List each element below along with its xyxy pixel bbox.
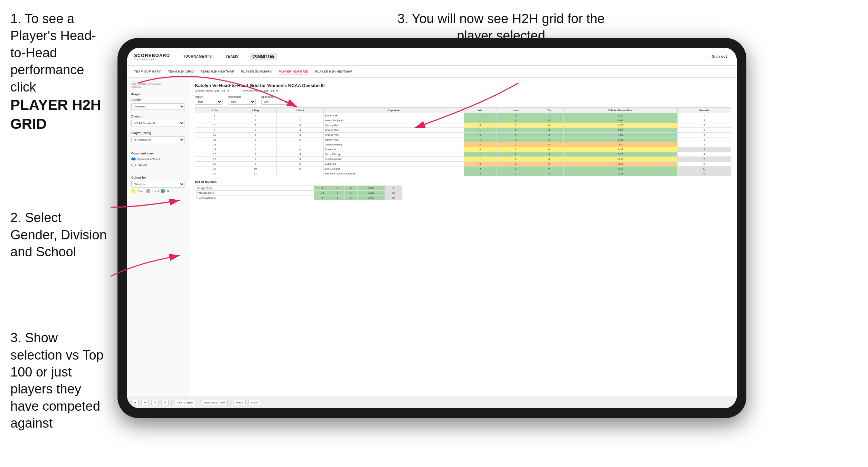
table-row: 1311Jessica Huang010-3.002 (195, 142, 731, 147)
main-content: Last Updated: 27/03/2024 16:55:38 Player… (127, 78, 737, 408)
division-select[interactable]: NCAA Division III (131, 120, 185, 126)
overall-record: Overall Record: 353 - 34 - 6 (195, 89, 229, 92)
nav-bar: SCOREBOARD Powered by clippd TOURNAMENTS… (127, 48, 737, 66)
grid-title: Katelyn Vo Head-to-Head Grid for Women's… (195, 83, 731, 88)
sub-nav-team-summary[interactable]: TEAM SUMMARY (134, 68, 161, 75)
col-rounds: Rounds (678, 108, 731, 113)
filter-conference: Conference (All) (228, 96, 256, 105)
radio-opponents-played[interactable]: Opponents Played (131, 157, 185, 161)
grid-area: Katelyn Vo Head-to-Head Grid for Women's… (189, 78, 737, 408)
redo-button[interactable]: ↪ (141, 400, 149, 405)
player-rank-section: Player (Rank) 8. Katelyn Vo (131, 131, 185, 143)
sidebar: Last Updated: 27/03/2024 16:55:38 Player… (127, 78, 189, 408)
nav-items: TOURNAMENTS TEAMS COMMITTEE (180, 53, 705, 60)
table-row: 1585Stella Cheng1001.254 (195, 152, 731, 157)
logo-area: SCOREBOARD Powered by clippd (134, 53, 170, 60)
sub-nav-team-h2h[interactable]: TEAM H2H GRID (168, 68, 194, 75)
legend-dot-level (146, 189, 150, 193)
col-loss: Loss (497, 108, 535, 113)
watch-button[interactable]: Watch (234, 400, 246, 405)
col-tie: Tie (535, 108, 564, 113)
radio-top100-label: Top 100 (137, 163, 147, 166)
toolbar-divider-2 (198, 400, 198, 406)
toolbar-divider-1 (171, 400, 172, 406)
colour-by-select[interactable]: Win/loss (131, 181, 185, 188)
col-reg: # Reg (234, 108, 276, 113)
settings-button[interactable]: ⚙ (161, 400, 169, 405)
opponent-select[interactable]: (All) (261, 99, 289, 105)
gender-select[interactable]: Women's (131, 103, 185, 110)
region-label: Region (195, 96, 223, 98)
sub-nav-player-heatmap[interactable]: PLAYER H2H HEATMAP (315, 68, 352, 75)
nav-tournaments[interactable]: TOURNAMENTS (180, 53, 215, 60)
opponent-label: Opponent (261, 96, 289, 98)
nav-teams[interactable]: TEAMS (223, 53, 242, 60)
step1-text: 1. To see a Player's Head-to-Head perfor… (10, 11, 96, 94)
legend-items: Down Level Up (131, 189, 185, 193)
table-row: 1125Heejo Hyun1003.333 (195, 137, 731, 142)
division-record: Division Record: 331 - 34 - 6 (243, 89, 278, 92)
undo-button[interactable]: ↩ (131, 400, 139, 405)
logo-text: SCOREBOARD (134, 53, 170, 58)
col-conf: # Conf (277, 108, 323, 113)
legend-dot-up (161, 189, 165, 193)
table-row: 633Sydney Kuo010-1.003 (195, 123, 731, 128)
step3-left-text: 3. Show selection vs Top 100 or just pla… (10, 331, 104, 430)
nav-right: | Sign out (705, 53, 730, 60)
nav-separator: | (705, 55, 706, 58)
col-div: # Div (195, 108, 234, 113)
timestamp-line2: 16:55:38 (131, 85, 185, 88)
conference-label: Conference (228, 96, 256, 98)
opponent-view-section: Opponent view Opponents Played Top 100 (131, 152, 185, 167)
sub-nav: TEAM SUMMARY TEAM H2H GRID TEAM H2H HEAT… (127, 66, 737, 78)
filters-row: Region (All) Conference (All) Opponent (… (195, 96, 731, 105)
sign-out-button[interactable]: Sign out (709, 53, 730, 60)
step1-block: 1. To see a Player's Head-to-Head perfor… (10, 10, 107, 133)
col-diff: Diff Av Strokes/Rnd (564, 108, 678, 113)
division-label: Division (131, 115, 185, 118)
legend-level-label: Level (152, 190, 159, 193)
sub-nav-player-summary[interactable]: PLAYER SUMMARY (241, 68, 272, 75)
table-row: Foreign Team1004.5002 (195, 186, 402, 191)
col-opponent: Opponent (323, 108, 464, 113)
sub-nav-player-h2h[interactable]: PLAYER H2H GRID (279, 68, 308, 75)
colour-by-label: Colour by (131, 176, 185, 179)
refresh-button[interactable]: ⟳ (151, 400, 159, 405)
nav-committee[interactable]: COMMITTEE (250, 53, 278, 60)
legend-up-label: Up (167, 190, 170, 193)
save-custom-button[interactable]: Save Custom View (201, 400, 228, 405)
filter-opponent: Opponent (All) (261, 96, 289, 105)
table-row: 19106Emily Chang4100.3011 (195, 166, 731, 171)
timestamp-line1: Last Updated: 27/03/2024 (131, 82, 185, 85)
step1-bold: PLAYER H2H GRID (10, 97, 101, 132)
radio-top100[interactable]: Top 100 (131, 163, 185, 167)
step2-text: 2. Select Gender, Division and School (10, 210, 107, 259)
tablet: SCOREBOARD Powered by clippd TOURNAMENTS… (117, 38, 746, 418)
conference-select[interactable]: (All) (228, 99, 256, 105)
table-row: 311Esther Lee1011.504 (195, 113, 731, 118)
division-section: Division NCAA Division III (131, 115, 185, 126)
gender-label: Gender (131, 98, 185, 102)
table-row: 1474Eunice Yi2200.389 (195, 147, 731, 152)
table-row: NCAA Division 25007.40010 (195, 196, 402, 200)
opponent-view-label: Opponent view (131, 152, 185, 155)
legend-dot-down (131, 189, 135, 193)
instructions-left: 1. To see a Player's Head-to-Head perfor… (3, 3, 114, 449)
share-button[interactable]: Share (248, 400, 260, 405)
region-select[interactable]: (All) (195, 99, 223, 105)
col-win: Win (464, 108, 497, 113)
grid-records: Overall Record: 353 - 34 - 6 Division Re… (195, 89, 731, 92)
sidebar-timestamp: Last Updated: 27/03/2024 16:55:38 (131, 82, 185, 88)
player-rank-select[interactable]: 8. Katelyn Vo (131, 136, 185, 143)
player-section: Player Gender Women's (131, 93, 185, 110)
view-original-button[interactable]: View: Original (174, 400, 195, 405)
h2h-table: # Div # Reg # Conf Opponent Win Loss Tie… (195, 107, 731, 176)
logo-sub: Powered by clippd (134, 58, 170, 60)
table-row: 1063Andrea York2004.004 (195, 133, 731, 137)
colour-by-section: Colour by Win/loss Down Level Up (131, 176, 185, 193)
sub-nav-team-heatmap[interactable]: TEAM H2H HEATMAP (201, 68, 234, 75)
table-row: 914Sharon Mun1003.673 (195, 128, 731, 133)
legend-down-label: Down (138, 190, 144, 193)
step3-left-block: 3. Show selection vs Top 100 or just pla… (10, 330, 107, 432)
player-rank-label: Player (Rank) (131, 131, 185, 135)
